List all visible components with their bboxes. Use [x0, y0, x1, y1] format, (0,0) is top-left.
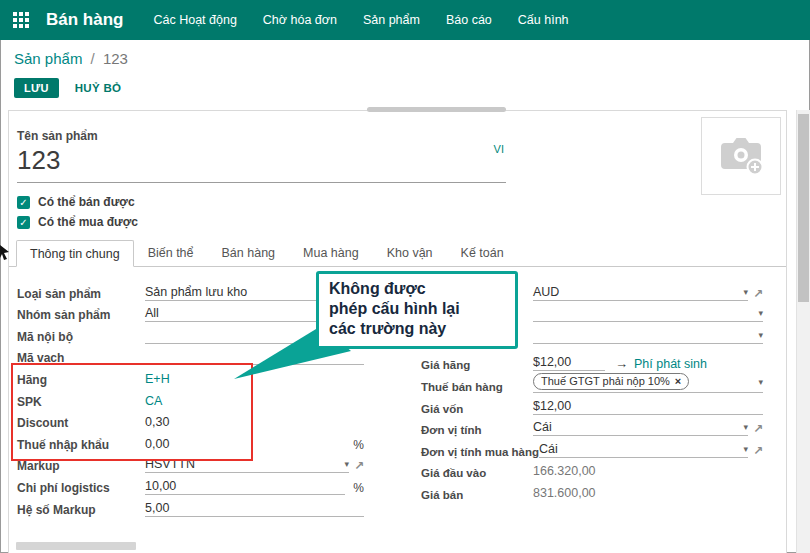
- external-link-icon[interactable]: ↗: [753, 444, 763, 458]
- camera-plus-icon: [718, 135, 764, 177]
- breadcrumb-separator: /: [91, 50, 95, 67]
- field-label: Giá hãng: [421, 359, 533, 371]
- translation-lang-badge[interactable]: VI: [494, 143, 504, 155]
- vertical-scrollbar-thumb[interactable]: [798, 114, 809, 302]
- tag-remove-icon[interactable]: ×: [675, 375, 681, 387]
- field-label: Giá bán: [421, 489, 533, 501]
- vendor-price-field[interactable]: $12,00: [533, 354, 605, 371]
- form-row: Đơn vị tính mua hàng Cái▾ ↗: [421, 438, 763, 460]
- chevron-down-icon[interactable]: ▾: [754, 308, 763, 318]
- checkbox-checked-icon[interactable]: ✓: [17, 216, 30, 229]
- form-row: Chi phí logistics 10,00%: [17, 475, 364, 497]
- form-row: Thuế nhập khẩu 0,00%: [17, 432, 364, 454]
- field-value: Cái: [539, 442, 558, 456]
- currency-field[interactable]: AUD▾: [533, 284, 748, 301]
- external-link-icon[interactable]: ↗: [753, 287, 763, 301]
- discount-field: 0,30: [145, 414, 364, 430]
- empty-select-2[interactable]: ▾: [533, 327, 763, 344]
- cost-price-field[interactable]: $12,00: [533, 398, 763, 415]
- top-navbar: Bán hàng Các Hoạt động Chờ hóa đơn Sản p…: [0, 0, 810, 40]
- logistics-cost-field[interactable]: 10,00: [145, 478, 345, 495]
- can-purchase-checkbox-row[interactable]: ✓ Có thể mua được: [17, 215, 138, 229]
- external-link-icon[interactable]: ↗: [753, 422, 763, 436]
- tab-variants[interactable]: Biến thể: [134, 239, 208, 266]
- form-sheet: Tên sản phẩm 123 VI ✓ Có thể bán được ✓ …: [8, 110, 787, 553]
- form-row: Giá vốn $12,00: [421, 395, 763, 417]
- chevron-down-icon[interactable]: ▾: [739, 422, 748, 432]
- field-value: 0,30: [145, 415, 169, 429]
- tab-general-info[interactable]: Thông tin chung: [16, 240, 134, 267]
- field-label: Discount: [17, 416, 145, 430]
- menu-item-activities[interactable]: Các Hoạt động: [153, 13, 236, 27]
- incidental-fee-link[interactable]: Phí phát sinh: [634, 357, 707, 371]
- form-row: Thuế bán hàng Thuế GTGT phải nộp 10%× ▾: [421, 373, 763, 395]
- field-label: Hãng: [17, 373, 145, 387]
- tab-inventory[interactable]: Kho vận: [373, 239, 447, 266]
- field-label: Mã nội bộ: [17, 330, 145, 344]
- chevron-down-icon[interactable]: ▾: [340, 459, 349, 469]
- can-sell-checkbox-row[interactable]: ✓ Có thể bán được: [17, 195, 135, 209]
- field-value: Cái: [533, 420, 552, 434]
- percent-suffix: %: [353, 438, 364, 452]
- markup-factor-field[interactable]: 5,00: [145, 500, 364, 517]
- field-label: Thuế nhập khẩu: [17, 438, 145, 452]
- chevron-down-icon[interactable]: ▾: [754, 330, 763, 340]
- form-row: Loại sản phẩm Sản phẩm lưu kho: [17, 281, 364, 303]
- input-price-value: 166.320,00: [533, 463, 763, 479]
- horizontal-scrollbar-thumb[interactable]: [367, 107, 506, 112]
- form-row: Giá hãng $12,00 → Phí phát sinh: [421, 352, 763, 374]
- chevron-down-icon[interactable]: ▾: [739, 444, 748, 454]
- product-name-value: 123: [17, 145, 60, 175]
- discard-button[interactable]: HUỶ BỎ: [75, 82, 122, 94]
- spk-link[interactable]: CA: [145, 394, 162, 408]
- product-name-input[interactable]: 123 VI: [17, 143, 506, 183]
- external-link-icon[interactable]: ↗: [354, 459, 364, 473]
- tax-tag-label: Thuế GTGT phải nộp 10%: [541, 375, 670, 387]
- chevron-down-icon[interactable]: ▾: [754, 377, 763, 387]
- field-value: Sản phẩm lưu kho: [145, 285, 247, 299]
- field-label: SPK: [17, 395, 145, 409]
- chevron-down-icon[interactable]: ▾: [739, 287, 748, 297]
- field-value: $12,00: [533, 399, 571, 413]
- app-window: Bán hàng Các Hoạt động Chờ hóa đơn Sản p…: [0, 0, 810, 553]
- can-sell-label: Có thể bán được: [38, 195, 135, 209]
- checkbox-checked-icon[interactable]: ✓: [17, 196, 30, 209]
- field-value: HSVTTN: [145, 457, 195, 471]
- field-value: All: [145, 306, 159, 320]
- notebook-tabs: Thông tin chung Biến thể Bán hàng Mua hà…: [9, 239, 786, 267]
- save-button[interactable]: LƯU: [14, 78, 59, 98]
- field-value: 831.600,00: [533, 486, 596, 500]
- field-label: Nhóm sản phẩm: [17, 308, 145, 322]
- menu-item-products[interactable]: Sản phẩm: [363, 13, 420, 27]
- field-label: Loại sản phẩm: [17, 287, 145, 301]
- form-row: Hệ số Markup 5,00: [17, 497, 364, 519]
- can-purchase-label: Có thể mua được: [38, 215, 138, 229]
- vertical-scrollbar-track[interactable]: [796, 110, 810, 553]
- tax-tag[interactable]: Thuế GTGT phải nộp 10%×: [533, 373, 689, 390]
- tab-accounting[interactable]: Kế toán: [447, 239, 518, 266]
- product-image-upload[interactable]: [701, 117, 781, 195]
- field-value: 166.320,00: [533, 464, 596, 478]
- apps-grid-icon[interactable]: [0, 12, 42, 28]
- field-label: Đơn vị tính mua hàng: [421, 446, 539, 458]
- uom-field[interactable]: Cái▾: [533, 419, 748, 436]
- field-value: 0,00: [145, 437, 169, 451]
- empty-select-1[interactable]: ▾: [533, 305, 763, 322]
- field-value: 10,00: [145, 479, 176, 493]
- sale-tax-field[interactable]: Thuế GTGT phải nộp 10%× ▾: [533, 373, 763, 393]
- tab-purchase[interactable]: Mua hàng: [289, 239, 373, 266]
- brand-link[interactable]: E+H: [145, 372, 170, 386]
- menu-item-to-invoice[interactable]: Chờ hóa đơn: [263, 13, 337, 27]
- sale-price-value: 831.600,00: [533, 485, 763, 501]
- form-row: Giá bán 831.600,00: [421, 481, 763, 503]
- percent-suffix: %: [353, 481, 364, 495]
- purchase-uom-field[interactable]: Cái▾: [539, 441, 748, 458]
- form-column-left: Loại sản phẩm Sản phẩm lưu kho Nhóm sản …: [17, 281, 364, 519]
- form-row: Giá đầu vào 166.320,00: [421, 460, 763, 482]
- app-title[interactable]: Bán hàng: [46, 10, 123, 30]
- menu-item-settings[interactable]: Cấu hình: [518, 13, 569, 27]
- markup-field[interactable]: HSVTTN▾: [145, 456, 349, 473]
- breadcrumb-parent-link[interactable]: Sản phẩm: [14, 50, 82, 67]
- tab-sales[interactable]: Bán hàng: [208, 239, 290, 266]
- menu-item-reports[interactable]: Báo cáo: [446, 13, 492, 27]
